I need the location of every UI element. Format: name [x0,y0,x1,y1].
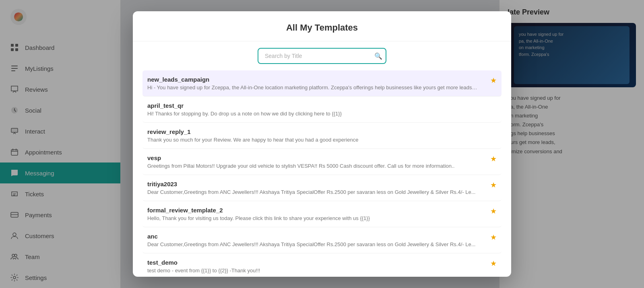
star-icon: ★ [490,259,497,268]
star-icon: ★ [490,181,497,189]
template-name: april_test_qr [147,102,497,109]
template-name: review_reply_1 [147,128,497,135]
template-item[interactable]: anc Dear Customer,Greetings from ANC Jew… [142,227,502,253]
modal-search-area: 🔍 [133,41,511,70]
star-icon: ★ [490,76,497,85]
template-item[interactable]: formal_review_template_2 Hello, Thank yo… [142,201,502,227]
template-preview: Dear Customer,Greetings from ANC Jewelle… [147,241,477,247]
template-preview: Hello, Thank you for visiting us today. … [147,215,477,221]
template-preview: Hi - You have signed up for Zceppa, the … [147,84,477,91]
search-input[interactable] [258,48,386,64]
template-preview: Thank you so much for your Review. We ar… [147,137,477,143]
template-name: tritiya2023 [147,181,497,187]
template-item[interactable]: vesp Greetings from Pillai Motors!! Upgr… [142,149,502,175]
template-preview: Hi! Thanks for stopping by. Do drop us a… [147,111,477,117]
template-list: new_leads_campaign Hi - You have signed … [133,70,511,277]
template-item[interactable]: april_test_qr Hi! Thanks for stopping by… [142,97,502,123]
template-name: anc [147,233,497,240]
modal-header: All My Templates [133,11,511,41]
template-item[interactable]: new_leads_campaign Hi - You have signed … [142,70,502,97]
search-wrapper: 🔍 [258,48,386,64]
search-button[interactable]: 🔍 [374,52,382,60]
template-name: formal_review_template_2 [147,207,497,214]
star-icon: ★ [490,207,497,216]
star-icon: ★ [490,154,497,163]
template-preview: Greetings from Pillai Motors!! Upgrade y… [147,163,477,169]
template-item[interactable]: tritiya2023 Dear Customer,Greetings from… [142,175,502,201]
template-preview: test demo - event from {{1}} to {{2}} -T… [147,267,477,274]
template-name: new_leads_campaign [147,76,497,83]
modal-title: All My Templates [146,23,498,33]
template-name: vesp [147,154,497,161]
template-preview: Dear Customer,Greetings from ANC Jewelle… [147,189,477,195]
template-item[interactable]: review_reply_1 Thank you so much for you… [142,123,502,149]
star-icon: ★ [490,233,497,242]
all-templates-modal: All My Templates 🔍 new_leads_campaign Hi… [133,11,511,277]
template-name: test_demo [147,259,497,266]
template-item[interactable]: test_demo test demo - event from {{1}} t… [142,253,502,277]
